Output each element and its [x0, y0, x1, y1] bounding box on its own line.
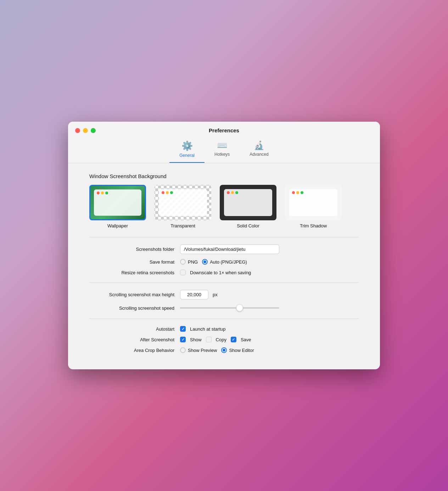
label-resize-retina: Resize retina screenshots	[89, 270, 174, 275]
divider-2	[89, 282, 359, 283]
row-scrolling-height: Scrolling screenshot max height px	[89, 290, 359, 299]
controls-screenshots-folder	[180, 244, 279, 254]
checkbox-save[interactable]	[231, 337, 236, 342]
radio-png-label: PNG	[188, 259, 198, 265]
bg-label-transparent: Transparent	[170, 223, 195, 228]
controls-autostart: Launch at startup	[180, 326, 225, 332]
checkbox-show[interactable]	[180, 337, 186, 342]
resize-retina-label: Downscale to 1× when saving	[190, 270, 251, 275]
speed-slider-thumb[interactable]	[236, 305, 243, 311]
radio-png[interactable]: PNG	[180, 259, 198, 265]
label-save-format: Save format	[89, 259, 174, 265]
radio-auto-label: Auto (PNG/JPEG)	[210, 259, 247, 265]
radio-editor-btn[interactable]	[221, 347, 227, 353]
bg-label-trim: Trim Shadow	[300, 223, 327, 228]
radio-auto[interactable]: Auto (PNG/JPEG)	[202, 259, 247, 265]
radio-editor-label: Show Editor	[229, 348, 254, 353]
divider-3	[89, 319, 359, 319]
label-screenshots-folder: Screenshots folder	[89, 247, 174, 252]
traffic-lights	[75, 128, 96, 133]
minimize-button[interactable]	[83, 128, 88, 133]
bg-preview-solid	[220, 185, 276, 220]
advanced-icon: 🔬	[254, 140, 264, 150]
bg-option-solid[interactable]: Solid Color	[220, 185, 276, 228]
label-area-crop: Area Crop Behavior	[89, 348, 174, 353]
bg-options: Wallpaper Transparent	[89, 185, 359, 228]
bg-option-wallpaper[interactable]: Wallpaper	[89, 185, 146, 228]
controls-resize-retina: Downscale to 1× when saving	[180, 270, 251, 275]
toolbar: ⚙️ General ⌨️ Hotkeys 🔬 Advanced	[169, 138, 278, 163]
row-screenshots-folder: Screenshots folder	[89, 244, 359, 254]
maximize-button[interactable]	[91, 128, 96, 133]
bg-option-transparent[interactable]: Transparent	[155, 185, 211, 228]
bg-preview-transparent	[155, 185, 211, 220]
label-after-screenshot: After Screenshot	[89, 337, 174, 342]
row-scrolling-speed: Scrolling screenshot speed	[89, 304, 359, 311]
bg-option-trim[interactable]: Trim Shadow	[285, 185, 342, 228]
bg-preview-wallpaper	[89, 185, 146, 220]
bg-label-wallpaper: Wallpaper	[107, 223, 128, 228]
radio-preview-label: Show Preview	[188, 348, 217, 353]
controls-scrolling-height: px	[180, 290, 218, 299]
controls-scrolling-speed	[180, 304, 279, 311]
radio-preview-btn[interactable]	[180, 347, 186, 353]
radio-editor[interactable]: Show Editor	[221, 347, 254, 353]
speed-slider-track	[180, 307, 279, 309]
row-resize-retina: Resize retina screenshots Downscale to 1…	[89, 270, 359, 275]
controls-area-crop: Show Preview Show Editor	[180, 347, 254, 353]
speed-slider-container	[180, 304, 279, 311]
tab-general[interactable]: ⚙️ General	[169, 138, 205, 163]
checkbox-copy[interactable]	[206, 337, 212, 342]
speed-slider-fill	[180, 307, 240, 309]
bg-preview-trim	[285, 185, 342, 220]
content: Window Screenshot Background Wallpa	[68, 163, 380, 369]
bg-label-solid: Solid Color	[237, 223, 259, 228]
tab-advanced[interactable]: 🔬 Advanced	[240, 138, 278, 163]
scrolling-height-input[interactable]	[180, 290, 208, 299]
label-autostart: Autostart	[89, 326, 174, 332]
row-autostart: Autostart Launch at startup	[89, 326, 359, 332]
autostart-label: Launch at startup	[190, 326, 225, 332]
tab-hotkeys[interactable]: ⌨️ Hotkeys	[205, 138, 240, 163]
row-after-screenshot: After Screenshot Show Copy Save	[89, 337, 359, 342]
preferences-window: Preferences ⚙️ General ⌨️ Hotkeys 🔬 Adva…	[68, 122, 380, 369]
screenshots-folder-input[interactable]	[180, 244, 279, 254]
tab-hotkeys-label: Hotkeys	[214, 152, 230, 157]
row-save-format: Save format PNG Auto (PNG/JPEG)	[89, 259, 359, 265]
row-area-crop: Area Crop Behavior Show Preview Show Edi…	[89, 347, 359, 353]
show-label: Show	[190, 337, 202, 342]
titlebar: Preferences ⚙️ General ⌨️ Hotkeys 🔬 Adva…	[68, 122, 380, 163]
tab-advanced-label: Advanced	[250, 152, 268, 157]
bg-section-title: Window Screenshot Background	[89, 173, 359, 179]
radio-preview[interactable]: Show Preview	[180, 347, 217, 353]
px-label: px	[213, 292, 218, 297]
divider-1	[89, 237, 359, 237]
bg-section: Window Screenshot Background Wallpa	[89, 173, 359, 228]
label-scrolling-speed: Scrolling screenshot speed	[89, 305, 174, 311]
hotkeys-icon: ⌨️	[217, 140, 228, 150]
save-label: Save	[241, 337, 251, 342]
general-icon: ⚙️	[181, 140, 193, 151]
radio-png-btn[interactable]	[180, 259, 186, 265]
tab-general-label: General	[179, 153, 195, 158]
window-title: Preferences	[209, 127, 239, 133]
controls-save-format: PNG Auto (PNG/JPEG)	[180, 259, 247, 265]
radio-auto-btn[interactable]	[202, 259, 208, 265]
controls-after-screenshot: Show Copy Save	[180, 337, 251, 342]
checkbox-autostart[interactable]	[180, 326, 186, 332]
label-scrolling-height: Scrolling screenshot max height	[89, 292, 174, 297]
copy-label: Copy	[216, 337, 226, 342]
checkbox-resize-retina[interactable]	[180, 270, 186, 275]
close-button[interactable]	[75, 128, 80, 133]
